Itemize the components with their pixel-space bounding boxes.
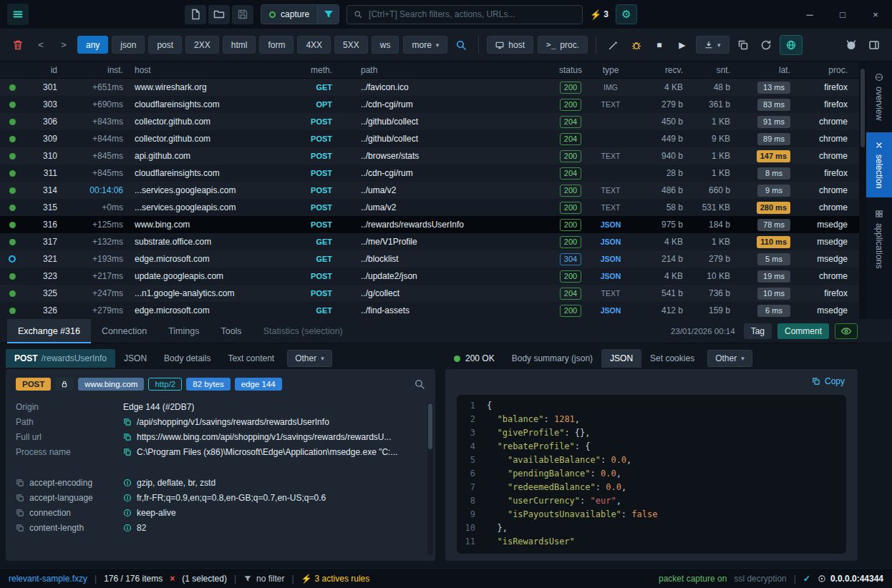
rules-wand-button[interactable] <box>604 35 623 55</box>
table-row[interactable]: 321+193msedge.microsoft.comGET../blockli… <box>0 250 859 268</box>
visibility-button[interactable] <box>835 323 858 339</box>
request-other-dropdown[interactable]: Other ▾ <box>287 350 332 367</box>
filter-search-button[interactable] <box>452 35 470 55</box>
copy-response-button[interactable]: Copy <box>812 376 845 386</box>
table-header: idinst.hostmeth.pathstatustyperecv.snt.l… <box>0 62 859 79</box>
table-row[interactable]: 301+651mswww.wireshark.orgGET../favicon.… <box>0 79 859 96</box>
request-tab-json[interactable]: JSON <box>115 349 155 368</box>
response-tab-body-summary-json[interactable]: Body summary (json) <box>503 349 601 368</box>
tab-tools[interactable]: Tools <box>210 319 252 343</box>
table-row[interactable]: 316+125mswww.bing.comPOST../rewards/rewa… <box>0 216 859 233</box>
search-input[interactable] <box>367 9 576 20</box>
rail-tab-applications[interactable]: applications <box>866 201 892 277</box>
more-filters-dropdown[interactable]: more ▾ <box>403 36 447 54</box>
column-header-proc[interactable]: proc. <box>793 65 859 75</box>
table-row[interactable]: 309+844mscollector.github.comPOST../gith… <box>0 130 859 147</box>
table-row[interactable]: 306+843mscollector.github.comPOST../gith… <box>0 113 859 130</box>
column-header-snt[interactable]: snt. <box>686 65 733 75</box>
filter-chip-json[interactable]: json <box>112 36 145 54</box>
table-row[interactable]: 323+217msupdate.googleapis.comPOST../upd… <box>0 268 859 285</box>
process-filter-button[interactable]: >_ proc. <box>538 36 588 54</box>
table-row[interactable]: 326+279msedge.microsoft.comGET../find-as… <box>0 302 859 319</box>
column-header-lat[interactable]: lat. <box>733 65 793 75</box>
column-header-type[interactable]: type <box>591 65 630 75</box>
debug-button[interactable] <box>627 35 646 55</box>
filter-chip-post[interactable]: post <box>148 36 182 54</box>
open-file-button[interactable] <box>208 5 230 24</box>
duplicate-button[interactable] <box>734 35 752 55</box>
tab-statistics-selection[interactable]: Statistics (selection) <box>253 319 354 343</box>
table-row[interactable]: 303+690mscloudflareinsights.comOPT../cdn… <box>0 96 859 113</box>
column-header-host[interactable]: host <box>126 65 291 75</box>
request-tab-text-content[interactable]: Text content <box>219 349 283 368</box>
capture-filter-button[interactable] <box>317 4 339 24</box>
host-filter-button[interactable]: host <box>487 36 533 54</box>
table-row[interactable]: 310+845msapi.github.comPOST../browser/st… <box>0 147 859 165</box>
column-header-path[interactable]: path <box>335 65 550 75</box>
table-row[interactable]: 325+247ms...n1.google-analytics.comPOST.… <box>0 285 859 302</box>
json-viewer[interactable]: 1{2 "balance": 1281,3 "giveProfile": {},… <box>457 395 846 554</box>
response-tab-set-cookies[interactable]: Set cookies <box>641 349 703 368</box>
grid-icon <box>875 210 883 218</box>
row-sent: 279 b <box>686 254 733 264</box>
rail-tab-selection[interactable]: selection <box>866 132 892 197</box>
table-row[interactable]: 315+0ms...services.googleapis.comPOST../… <box>0 199 859 216</box>
table-scrollbar[interactable] <box>859 62 866 319</box>
table-row[interactable]: 311+845mscloudflareinsights.comPOST../cd… <box>0 165 859 182</box>
save-file-button[interactable] <box>232 5 253 24</box>
active-rules-status[interactable]: ⚡ 3 actives rules <box>301 574 370 584</box>
request-search-button[interactable] <box>414 378 425 390</box>
request-scrollbar[interactable] <box>427 402 433 555</box>
response-other-dropdown[interactable]: Other ▾ <box>707 350 752 367</box>
refresh-button[interactable] <box>757 35 775 55</box>
maximize-button[interactable]: □ <box>826 0 859 29</box>
current-file-link[interactable]: relevant-sample.fxzy <box>9 574 87 584</box>
selected-count: (1 selected) <box>182 574 227 584</box>
github-button[interactable] <box>842 35 861 55</box>
forward-button[interactable]: > <box>54 35 73 55</box>
layout-panel-button[interactable] <box>865 35 883 55</box>
tab-exchange-316[interactable]: Exchange #316 <box>7 319 91 343</box>
menu-button[interactable] <box>7 4 29 25</box>
table-row[interactable]: 31400:14:06...services.googleapis.comPOS… <box>0 182 859 199</box>
tab-connection[interactable]: Connection <box>91 319 157 343</box>
stop-button[interactable]: ■ <box>650 35 669 55</box>
filter-chip-ws[interactable]: ws <box>372 36 399 54</box>
minimize-button[interactable]: ─ <box>793 0 826 29</box>
filter-status[interactable]: no filter <box>243 574 284 584</box>
request-tab-summary[interactable]: POST /rewardsUserInfo <box>6 349 115 368</box>
column-header-recv[interactable]: recv. <box>630 65 686 75</box>
capture-button[interactable]: capture <box>261 9 317 19</box>
active-rules-indicator[interactable]: ⚡ 3 <box>590 9 609 20</box>
export-dropdown[interactable]: ▾ <box>696 36 729 54</box>
comment-button[interactable]: Comment <box>777 323 829 339</box>
column-header-status[interactable]: status <box>550 65 591 75</box>
table-row[interactable]: 317+132mssubstrate.office.comGET../me/V1… <box>0 233 859 250</box>
scrollbar-thumb[interactable] <box>428 403 432 449</box>
filter-chip-html[interactable]: html <box>223 36 256 54</box>
play-button[interactable]: ▶ <box>673 35 692 55</box>
filter-chip-5xx[interactable]: 5XX <box>334 36 368 54</box>
delete-all-button[interactable] <box>9 35 27 55</box>
request-tab-body-details[interactable]: Body details <box>155 349 219 368</box>
settings-button[interactable]: ⚙ <box>616 4 637 24</box>
new-file-button[interactable] <box>185 5 206 24</box>
column-header-meth[interactable]: meth. <box>291 65 335 75</box>
filter-chip-4xx[interactable]: 4XX <box>297 36 331 54</box>
tag-button[interactable]: Tag <box>744 323 772 339</box>
response-tab-json[interactable]: JSON <box>601 349 641 368</box>
column-header-inst[interactable]: inst. <box>60 65 126 75</box>
tab-timings[interactable]: Timings <box>157 319 210 343</box>
filter-chip-form[interactable]: form <box>259 36 294 54</box>
filter-chip-any[interactable]: any <box>77 36 108 54</box>
row-sent: 531 KB <box>686 202 733 212</box>
column-header-id[interactable]: id <box>24 65 60 75</box>
close-button[interactable]: × <box>859 0 892 29</box>
scrollbar-thumb[interactable] <box>861 69 865 147</box>
rail-tab-overview[interactable]: overview <box>866 64 892 129</box>
filter-chip-2xx[interactable]: 2XX <box>185 36 219 54</box>
request-pane: POST /rewardsUserInfo JSONBody detailsTe… <box>6 348 435 561</box>
clear-selection-icon[interactable]: × <box>170 574 175 584</box>
back-button[interactable]: < <box>31 35 50 55</box>
network-capture-button[interactable] <box>780 35 803 55</box>
